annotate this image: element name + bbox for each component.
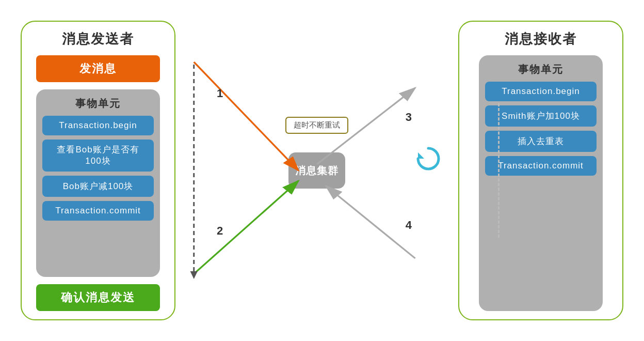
receiver-box: 消息接收者 事物单元 Transaction.begin Smith账户加100… (458, 21, 623, 320)
svg-marker-0 (418, 152, 424, 159)
middle-area: 超时不断重试 消息集群 1 2 3 4 (175, 21, 458, 320)
receiver-step-4: Transaction.commit (485, 156, 597, 176)
sender-transaction-unit: 事物单元 Transaction.begin 查看Bob账户是否有100块 Bo… (36, 89, 160, 277)
sender-title: 消息发送者 (62, 30, 134, 48)
receiver-step-1: Transaction.begin (485, 82, 597, 101)
receiver-step-2: Smith账户加100块 (485, 105, 597, 127)
sender-step-1: Transaction.begin (42, 116, 154, 135)
retry-rotate-icon (414, 144, 443, 173)
receiver-transaction-unit: 事物单元 Transaction.begin Smith账户加100块 插入去重… (479, 55, 603, 311)
svg-line-6 (194, 181, 299, 274)
svg-line-8 (326, 186, 415, 258)
num-label-1: 1 (217, 87, 223, 100)
num-label-4: 4 (406, 219, 412, 232)
retry-box: 超时不断重试 (285, 117, 348, 134)
svg-line-5 (194, 62, 299, 171)
dashed-line-right (498, 103, 500, 238)
send-message-button[interactable]: 发消息 (36, 55, 160, 82)
sender-unit-title: 事物单元 (75, 97, 121, 111)
sender-step-3: Bob账户减100块 (42, 176, 154, 197)
receiver-title: 消息接收者 (505, 30, 577, 48)
sender-step-4: Transaction.commit (42, 201, 154, 221)
sender-step-2: 查看Bob账户是否有100块 (42, 140, 154, 172)
num-label-2: 2 (217, 224, 223, 238)
receiver-step-3: 插入去重表 (485, 131, 597, 152)
receiver-unit-title: 事物单元 (518, 63, 564, 76)
svg-marker-10 (190, 271, 198, 279)
confirm-send-button[interactable]: 确认消息发送 (36, 284, 160, 311)
num-label-3: 3 (406, 111, 412, 124)
main-container: 消息发送者 发消息 事物单元 Transaction.begin 查看Bob账户… (0, 0, 644, 341)
message-cluster: 消息集群 (288, 152, 345, 189)
sender-box: 消息发送者 发消息 事物单元 Transaction.begin 查看Bob账户… (21, 21, 175, 320)
